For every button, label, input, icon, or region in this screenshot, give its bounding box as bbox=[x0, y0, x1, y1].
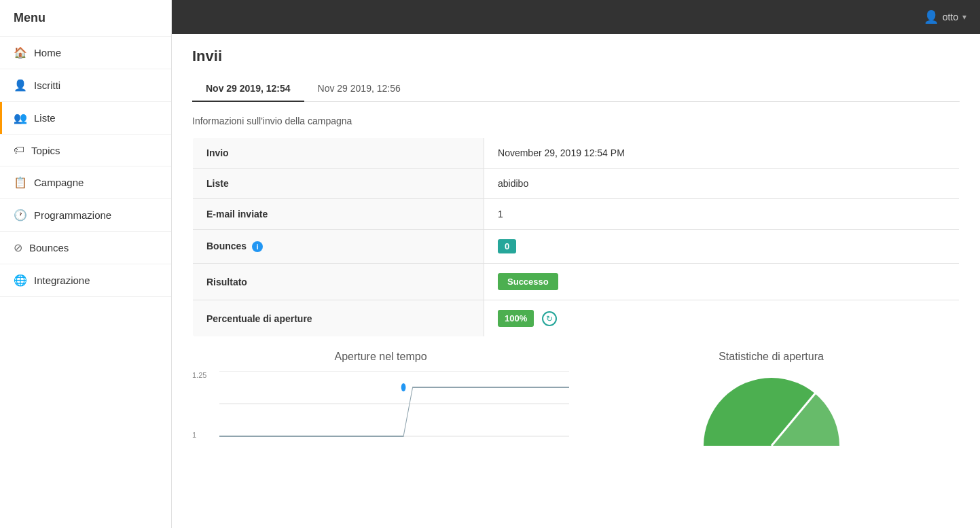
sidebar-label-topics: Topics bbox=[31, 145, 60, 156]
person-icon: 👤 bbox=[14, 79, 27, 92]
sidebar-label-iscritti: Iscritti bbox=[34, 80, 60, 91]
table-row: Liste abidibo bbox=[193, 169, 960, 199]
row-key-risultato: Risultato bbox=[193, 264, 484, 300]
row-key-liste: Liste bbox=[193, 169, 484, 199]
tab-nov29-1254[interactable]: Nov 29 2019, 12:54 bbox=[192, 76, 304, 102]
sidebar-item-programmazione[interactable]: 🕐 Programmazione bbox=[0, 199, 171, 232]
sidebar-item-iscritti[interactable]: 👤 Iscritti bbox=[0, 69, 171, 102]
row-value-liste: abidibo bbox=[484, 169, 960, 199]
pie-chart-svg bbox=[697, 371, 846, 453]
charts-section: Aperture nel tempo 1.25 1 bbox=[172, 337, 980, 466]
campaign-icon: 📋 bbox=[14, 176, 27, 189]
clock-icon: 🕐 bbox=[14, 209, 27, 222]
row-value-risultato: Successo bbox=[484, 264, 960, 300]
user-menu[interactable]: 👤 otto ▾ bbox=[924, 10, 966, 24]
sidebar-item-liste[interactable]: 👥 Liste bbox=[0, 102, 171, 135]
tab-nov29-1256[interactable]: Nov 29 2019, 12:56 bbox=[304, 76, 414, 102]
row-key-bounces: Bounces i bbox=[193, 230, 484, 264]
row-value-aperture: 100% bbox=[484, 300, 960, 337]
sidebar-item-integrazione[interactable]: 🌐 Integrazione bbox=[0, 264, 171, 297]
chart-y-label-125: 1.25 bbox=[192, 371, 206, 379]
sidebar-label-programmazione: Programmazione bbox=[34, 209, 111, 221]
user-avatar-icon: 👤 bbox=[924, 10, 939, 24]
info-table: Invio November 29, 2019 12:54 PM Liste a… bbox=[192, 137, 960, 337]
chart-aperture-nel-tempo: Aperture nel tempo 1.25 1 bbox=[192, 351, 569, 453]
tabs-container: Nov 29 2019, 12:54 Nov 29 2019, 12:56 bbox=[192, 76, 960, 102]
sidebar-item-topics[interactable]: 🏷 Topics bbox=[0, 135, 171, 166]
table-row: E-mail inviate 1 bbox=[193, 199, 960, 230]
content-area: Invii Nov 29 2019, 12:54 Nov 29 2019, 12… bbox=[172, 34, 980, 528]
bounces-info-icon[interactable]: i bbox=[252, 241, 263, 252]
sidebar: Menu 🏠 Home 👤 Iscritti 👥 Liste 🏷 Topics … bbox=[0, 0, 172, 528]
table-row: Risultato Successo bbox=[193, 264, 960, 300]
table-row: Percentuale di aperture 100% bbox=[193, 300, 960, 337]
chevron-down-icon: ▾ bbox=[962, 12, 966, 22]
info-text: Informazioni sull'invio della campagna bbox=[192, 116, 960, 126]
chart-right-title: Statistiche di apertura bbox=[583, 351, 960, 363]
row-key-invio: Invio bbox=[193, 138, 484, 169]
page-title: Invii bbox=[192, 48, 960, 65]
row-key-aperture: Percentuale di aperture bbox=[193, 300, 484, 337]
home-icon: 🏠 bbox=[14, 46, 27, 59]
sidebar-label-liste: Liste bbox=[34, 112, 56, 124]
chart-y-label-1: 1 bbox=[192, 431, 206, 439]
chart-left-title: Aperture nel tempo bbox=[192, 351, 569, 363]
pie-chart-container bbox=[583, 371, 960, 453]
sidebar-header: Menu bbox=[0, 0, 171, 37]
sidebar-item-bounces[interactable]: ⊘ Bounces bbox=[0, 232, 171, 264]
chart-data-point bbox=[401, 383, 406, 391]
chart-statistiche-apertura: Statistiche di apertura bbox=[583, 351, 960, 453]
username-label: otto bbox=[943, 12, 958, 22]
row-value-email: 1 bbox=[484, 199, 960, 230]
globe-icon: 🌐 bbox=[14, 274, 27, 287]
topbar: 👤 otto ▾ bbox=[172, 0, 980, 34]
sidebar-item-campagne[interactable]: 📋 Campagne bbox=[0, 166, 171, 199]
table-row: Invio November 29, 2019 12:54 PM bbox=[193, 138, 960, 169]
sidebar-label-campagne: Campagne bbox=[34, 177, 84, 188]
sidebar-label-integrazione: Integrazione bbox=[34, 275, 90, 286]
group-icon: 👥 bbox=[14, 111, 27, 124]
risultato-badge: Successo bbox=[498, 273, 558, 290]
sidebar-item-home[interactable]: 🏠 Home bbox=[0, 37, 171, 69]
row-value-bounces: 0 bbox=[484, 230, 960, 264]
bounces-icon: ⊘ bbox=[14, 241, 22, 254]
line-chart-svg bbox=[219, 371, 569, 453]
bounces-badge: 0 bbox=[498, 239, 516, 253]
sidebar-label-bounces: Bounces bbox=[29, 242, 69, 253]
main-area: 👤 otto ▾ Invii Nov 29 2019, 12:54 Nov 29… bbox=[172, 0, 980, 528]
table-row: Bounces i 0 bbox=[193, 230, 960, 264]
page-section: Invii Nov 29 2019, 12:54 Nov 29 2019, 12… bbox=[172, 34, 980, 337]
tag-icon: 🏷 bbox=[14, 144, 24, 156]
refresh-icon[interactable] bbox=[542, 311, 557, 326]
sidebar-label-home: Home bbox=[34, 47, 61, 58]
row-value-invio: November 29, 2019 12:54 PM bbox=[484, 138, 960, 169]
aperture-badge: 100% bbox=[498, 310, 534, 327]
row-key-email: E-mail inviate bbox=[193, 199, 484, 230]
